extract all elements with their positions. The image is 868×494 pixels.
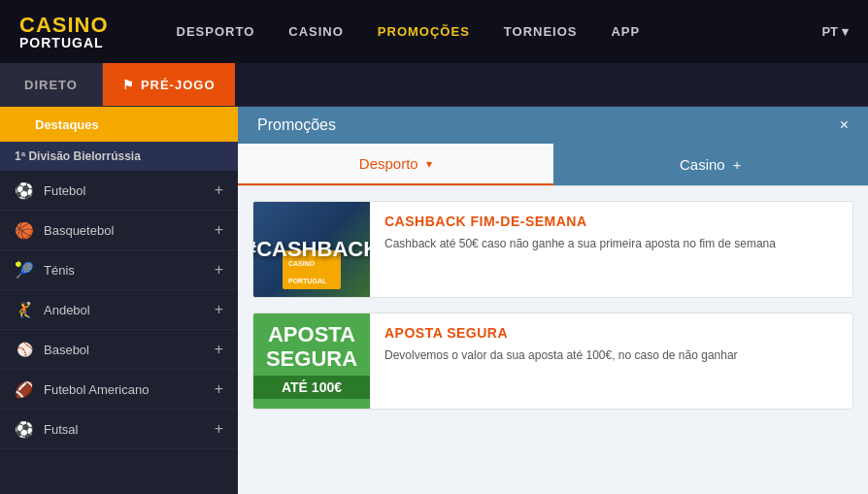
plus-icon: + (733, 156, 742, 173)
sidebar-item-destaques[interactable]: ⚑ Destaques (0, 107, 238, 142)
sub-header: DIRETO ⚑ PRÉ-JOGO (0, 63, 868, 107)
expand-icon[interactable]: + (215, 181, 223, 199)
basketball-icon: 🏀 (15, 220, 34, 240)
cashback-image-text: #CASHBACK (253, 237, 370, 262)
main-content: ⚑ Destaques 1ª Divisão Bielorrússia ⚽ Fu… (0, 107, 868, 494)
sidebar-item-futebol-americano[interactable]: 🏈 Futebol Americano + (0, 370, 238, 410)
nav-desporto[interactable]: DESPORTO (177, 24, 255, 39)
promo-list: #CASHBACK CASINO PORTUGAL CASHBACK FIM-D… (238, 186, 868, 424)
close-button[interactable]: × (840, 116, 849, 134)
promo-tabs: Desporto ▾ Casino + (238, 144, 868, 186)
content-panel: Promoções × Desporto ▾ Casino + #CASHBAC… (238, 107, 868, 494)
aposta-title: APOSTASEGURA (260, 323, 363, 370)
expand-icon[interactable]: + (215, 301, 223, 318)
tab-casino[interactable]: Casino + (553, 144, 869, 185)
expand-icon[interactable]: + (215, 380, 223, 398)
futsal-icon: ⚽ (15, 419, 34, 439)
expand-icon[interactable]: + (215, 221, 223, 239)
sidebar-item-basebol[interactable]: ⚾ Basebol + (0, 330, 238, 370)
lang-selector[interactable]: PT ▾ (821, 24, 849, 39)
sidebar-item-futebol[interactable]: ⚽ Futebol + (0, 171, 238, 211)
sidebar-item-andebol[interactable]: 🤾 Andebol + (0, 290, 238, 330)
flag-icon: ⚑ (15, 116, 27, 132)
nav-right: PT ▾ (821, 24, 849, 39)
promo-info-cashback: CASHBACK FIM-DE-SEMANA Cashback até 50€ … (370, 202, 790, 297)
sidebar-item-basquetebol[interactable]: 🏀 Basquetebol + (0, 211, 238, 250)
promo-name-cashback: CASHBACK FIM-DE-SEMANA (384, 214, 776, 229)
logo-portugal: PORTUGAL (19, 36, 109, 49)
nav-app[interactable]: APP (611, 24, 640, 39)
content-header: Promoções × (238, 107, 868, 144)
promo-info-aposta: APOSTA SEGURA Devolvemos o valor da sua … (370, 313, 752, 409)
soccer-icon: ⚽ (15, 181, 34, 200)
promo-item-aposta[interactable]: APOSTASEGURA ATÉ 100€ APOSTA SEGURA Devo… (252, 313, 853, 410)
tennis-icon: 🎾 (15, 260, 34, 280)
tab-prejogo[interactable]: ⚑ PRÉ-JOGO (103, 63, 235, 106)
promo-image-aposta: APOSTASEGURA ATÉ 100€ (253, 313, 370, 409)
expand-icon[interactable]: + (215, 420, 223, 438)
promo-item-cashback[interactable]: #CASHBACK CASINO PORTUGAL CASHBACK FIM-D… (252, 201, 853, 298)
nav-casino[interactable]: CASINO (288, 24, 344, 39)
logo[interactable]: CASINO PORTUGAL (19, 15, 109, 49)
sidebar-item-futsal[interactable]: ⚽ Futsal + (0, 410, 238, 449)
promo-desc-cashback: Cashback até 50€ caso não ganhe a sua pr… (384, 235, 776, 252)
sidebar: ⚑ Destaques 1ª Divisão Bielorrússia ⚽ Fu… (0, 107, 238, 494)
content-title: Promoções (257, 116, 336, 134)
flag-icon: ⚑ (122, 78, 135, 92)
sidebar-item-tenis[interactable]: 🎾 Ténis + (0, 250, 238, 290)
promo-desc-aposta: Devolvemos o valor da sua aposta até 100… (384, 346, 738, 364)
main-nav: DESPORTO CASINO PROMOÇÕES TORNEIOS APP (177, 24, 641, 39)
sidebar-division: 1ª Divisão Bielorrússia (0, 142, 238, 171)
tab-desporto[interactable]: Desporto ▾ (238, 144, 553, 185)
handball-icon: 🤾 (15, 300, 34, 319)
header: CASINO PORTUGAL DESPORTO CASINO PROMOÇÕE… (0, 0, 868, 63)
promo-image-cashback: #CASHBACK CASINO PORTUGAL (253, 202, 370, 297)
expand-icon[interactable]: + (215, 341, 223, 358)
aposta-subtitle: ATÉ 100€ (253, 376, 370, 399)
tab-direto[interactable]: DIRETO (0, 63, 103, 106)
nav-promocoes[interactable]: PROMOÇÕES (378, 24, 470, 39)
logo-casino: CASINO (19, 15, 109, 36)
nav-torneios[interactable]: TORNEIOS (504, 24, 578, 39)
dropdown-arrow-icon: ▾ (426, 157, 432, 171)
baseball-icon: ⚾ (15, 340, 34, 359)
football-icon: 🏈 (15, 379, 34, 399)
cashback-logo-label: CASINO PORTUGAL (288, 260, 326, 284)
expand-icon[interactable]: + (215, 261, 223, 279)
promo-name-aposta: APOSTA SEGURA (384, 325, 738, 341)
